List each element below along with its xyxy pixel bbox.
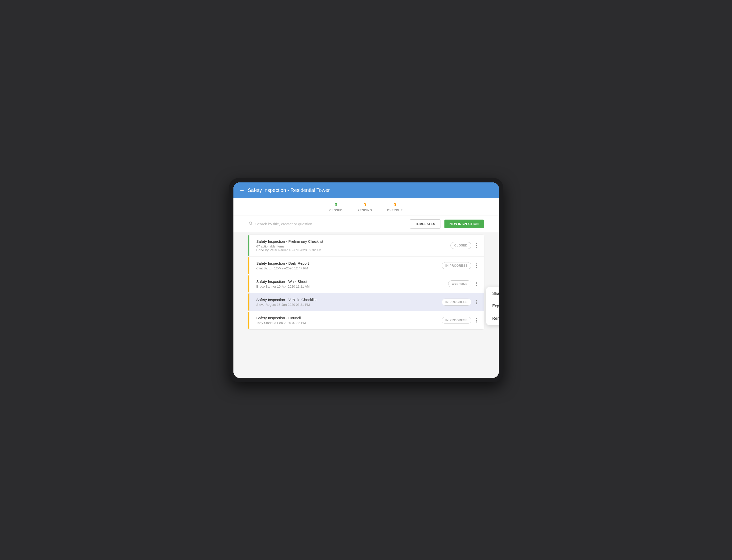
item-actions: IN PROGRESS [442,299,479,306]
item-title: Safety Inspection - Council [256,316,442,320]
item-meta-line1: Bruce Banner 10-Apr-2020 11.11 AM [256,285,448,288]
closed-count: 0 [335,202,337,208]
item-title: Safety Inspection - Walk Sheet [256,279,448,284]
svg-point-0 [249,222,252,225]
table-row[interactable]: Safety Inspection - CouncilTony Stark 03… [248,311,484,329]
pending-label: PENDING [357,209,372,212]
item-info: Safety Inspection - Walk SheetBruce Bann… [253,279,448,288]
closed-label: CLOSED [329,209,342,212]
stat-pending[interactable]: 0 PENDING [357,202,372,212]
more-dot-icon [476,247,477,248]
stats-bar: 0 CLOSED 0 PENDING 0 OVERDUE [233,198,499,216]
screen: ← Safety Inspection - Residential Tower … [233,182,499,378]
svg-line-1 [251,224,252,225]
status-color-bar [248,311,249,329]
status-badge: OVERDUE [448,280,471,287]
more-button[interactable] [474,281,479,287]
table-row[interactable]: Safety Inspection - Vehicle ChecklistSte… [248,293,484,311]
search-icon [248,221,253,227]
inspection-list-wrapper: Safety Inspection - Preliminary Checklis… [248,235,484,329]
item-actions: IN PROGRESS [442,317,479,324]
more-dot-icon [476,245,477,246]
item-actions: IN PROGRESS [442,262,479,269]
more-dot-icon [476,320,477,321]
item-meta-line2: Done By Peter Parker 16-Apr-2020 09.32 A… [256,248,451,252]
app-header: ← Safety Inspection - Residential Tower [233,182,499,198]
item-meta-line1: 67 actionable Items [256,244,451,248]
toolbar: TEMPLATES NEW INSPECTION [233,216,499,232]
templates-button[interactable]: TEMPLATES [410,219,440,229]
status-color-bar [248,293,249,311]
more-dot-icon [476,321,477,322]
status-badge: IN PROGRESS [442,299,471,306]
pending-count: 0 [363,202,366,208]
item-actions: OVERDUE [448,280,479,287]
context-menu-item[interactable]: Remove [486,312,499,325]
item-info: Safety Inspection - CouncilTony Stark 03… [253,316,442,325]
more-dot-icon [476,303,477,304]
back-button[interactable]: ← [239,187,245,194]
stat-closed[interactable]: 0 CLOSED [329,202,342,212]
more-dot-icon [476,283,477,284]
more-dot-icon [476,243,477,244]
inspection-list: Safety Inspection - Preliminary Checklis… [233,232,499,378]
status-badge: CLOSED [451,242,471,249]
table-row[interactable]: Safety Inspection - Daily ReportClint Ba… [248,257,484,275]
more-dot-icon [476,265,477,266]
status-badge: IN PROGRESS [442,317,471,324]
search-input[interactable] [255,222,406,226]
more-button[interactable] [474,317,479,323]
stat-overdue[interactable]: 0 OVERDUE [387,202,403,212]
page-title: Safety Inspection - Residential Tower [248,187,330,193]
status-color-bar [248,257,249,275]
table-row[interactable]: Safety Inspection - Preliminary Checklis… [248,235,484,257]
more-dot-icon [476,263,477,264]
item-meta-line1: Clint Barton 12-May-2020 12.47 PM [256,266,442,270]
more-dot-icon [476,267,477,268]
item-title: Safety Inspection - Daily Report [256,261,442,265]
more-button[interactable] [474,242,479,249]
main-content: TEMPLATES NEW INSPECTION Safety Inspecti… [233,216,499,378]
item-meta-line1: Steve Rogers 16-Jan-2020 03.31 PM [256,303,442,307]
list-container: Safety Inspection - Preliminary Checklis… [248,235,484,329]
more-dot-icon [476,285,477,286]
item-title: Safety Inspection - Vehicle Checklist [256,298,442,302]
new-inspection-button[interactable]: NEW INSPECTION [445,220,484,228]
item-info: Safety Inspection - Vehicle ChecklistSte… [253,298,442,307]
status-badge: IN PROGRESS [442,262,471,269]
context-menu: ShareExportRemove [486,287,499,325]
table-row[interactable]: Safety Inspection - Walk SheetBruce Bann… [248,275,484,293]
item-actions: CLOSED [451,242,479,249]
status-color-bar [248,275,249,293]
context-menu-item[interactable]: Share [486,287,499,300]
item-meta-line1: Tony Stark 03-Feb-2020 02.32 PM [256,321,442,325]
more-button[interactable] [474,299,479,305]
search-container [248,221,406,227]
more-dot-icon [476,302,477,303]
more-dot-icon [476,318,477,319]
context-menu-item[interactable]: Export [486,300,499,312]
item-info: Safety Inspection - Daily ReportClint Ba… [253,261,442,270]
overdue-label: OVERDUE [387,209,403,212]
more-dot-icon [476,300,477,301]
more-dot-icon [476,282,477,283]
device-frame: ← Safety Inspection - Residential Tower … [229,178,503,382]
status-color-bar [248,235,249,256]
item-title: Safety Inspection - Preliminary Checklis… [256,239,451,243]
item-info: Safety Inspection - Preliminary Checklis… [253,239,451,252]
overdue-count: 0 [394,202,396,208]
more-button[interactable] [474,262,479,269]
